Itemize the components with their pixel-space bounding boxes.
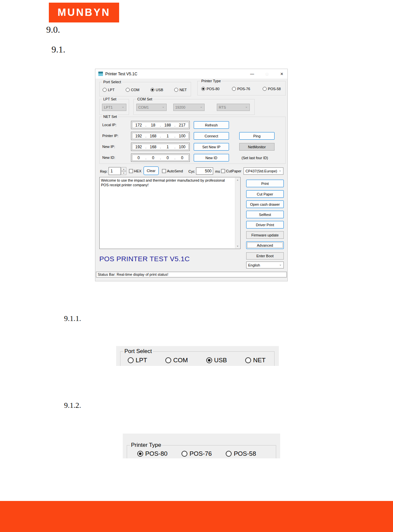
radio-lpt[interactable]: LPT [128,357,147,364]
printer-type-label: Printer Type [130,442,162,448]
ip-octet: 1 [161,145,174,149]
advanced-button[interactable]: Advanced [246,241,284,249]
set-new-ip-button[interactable]: Set New IP [194,143,229,151]
radio-usb[interactable]: USB [150,88,163,92]
cutpaper-checkbox[interactable]: CutPaper [221,167,241,175]
port-select-label: Port Select [102,80,122,84]
selftest-button[interactable]: Selftest [246,211,284,218]
printer-type-group-crop: Printer Type POS-80 POS-76 POS-58 [127,445,276,458]
ping-button[interactable]: Ping [239,132,275,140]
radio-com[interactable]: COM [165,357,188,364]
radio-net[interactable]: NET [245,357,266,364]
lpt-port-select[interactable]: LPT1 ⌄ [102,104,126,111]
flow-control-select[interactable]: RTS ⌄ [217,104,250,111]
scroll-down-icon[interactable]: ▼ [235,245,240,247]
clear-button[interactable]: Clear [144,166,159,175]
firmware-update-button[interactable]: Firmware update [246,231,284,239]
netmonitor-button[interactable]: NetMonitor [239,143,275,151]
lpt-set-group: LPT Set LPT1 ⌄ [99,99,129,115]
local-ip-field[interactable]: 17218188217 [131,121,190,129]
checkbox-icon [129,169,133,173]
radio-pos76[interactable]: POS-76 [181,450,212,457]
printer-test-window: Printer Test V5.1C — □ ✕ Port Select LPT [95,69,288,281]
radio-label: USB [156,88,163,92]
radio-lpt[interactable]: LPT [103,88,115,92]
printer-ip-field[interactable]: 1921681100 [131,132,190,140]
radio-pos58[interactable]: POS-58 [263,87,281,91]
ip-octet: 1 [161,134,174,138]
radio-label: POS-80 [145,450,168,457]
radio-icon [103,88,107,92]
cut-paper-button[interactable]: Cut Paper [246,190,284,198]
new-ip-field[interactable]: 1921681100 [131,143,190,151]
connect-button[interactable]: Connect [194,132,229,140]
com-port-value: COM1 [138,105,149,109]
close-icon[interactable]: ✕ [279,72,284,76]
cyc-input[interactable]: 500 [196,167,213,175]
print-content-text: Welcome to use the impact and thermal pr… [101,178,233,187]
heading-9-1-2: 9.1.2. [64,401,81,410]
scrollbar[interactable]: ▲ ▼ [235,178,240,248]
driver-print-button[interactable]: Driver Print [246,221,284,229]
id-octet: 0 [132,156,145,160]
radio-pos80[interactable]: POS-80 [137,450,168,457]
radio-icon [128,357,134,363]
radio-label: POS-58 [268,87,281,91]
window-title: Printer Test V5.1C [105,72,137,76]
new-id-field[interactable]: 0000 [131,154,190,162]
radio-label: USB [214,357,227,364]
document-page: MUNBYN 9.0. 9.1. 9.1.1. 9.1.2. Printer T… [0,0,393,532]
printer-type-screenshot: Printer Type POS-80 POS-76 POS-58 [123,434,280,458]
net-set-group: NET Set Local IP: 17218188217 Refresh Pr… [99,117,286,164]
codepage-select[interactable]: CP437(Std.Europe) ⌄ [244,167,283,175]
chevron-down-icon: ⌄ [245,105,248,108]
hex-checkbox[interactable]: HEX [129,167,142,175]
chevron-down-icon: ⌄ [122,105,124,108]
radio-checked-icon [137,451,143,457]
open-cash-drawer-button[interactable]: Open cash drawer [246,200,284,208]
status-bar: Status Bar: Real-time display of print s… [96,272,287,277]
radio-icon [226,451,232,457]
app-icon [98,72,103,76]
autosend-checkbox[interactable]: AutoSend [162,167,183,175]
spinner-up-icon[interactable]: ▲ [121,167,126,171]
checkbox-icon [221,169,225,173]
ip-octet: 188 [161,123,174,127]
minimize-icon[interactable]: — [250,72,254,76]
language-select[interactable]: English ⌄ [246,262,284,268]
radio-label: LPT [108,88,115,92]
pos-printer-test-watermark: POS PRINTER TEST V5.1C [99,255,190,263]
enter-boot-button[interactable]: Enter Boot [246,252,284,260]
scroll-up-icon[interactable]: ▲ [235,179,240,181]
radio-com[interactable]: COM [126,88,140,92]
refresh-button[interactable]: Refresh [194,121,229,129]
print-button[interactable]: Print [246,180,284,187]
com-port-select[interactable]: COM1 ⌄ [136,104,167,111]
ip-octet: 192 [132,134,145,138]
checkbox-icon [162,169,166,173]
radio-icon [181,451,187,457]
cyc-label: Cyc [188,169,195,173]
radio-pos76[interactable]: POS-76 [232,87,250,91]
radio-pos80[interactable]: POS-80 [201,87,219,91]
rep-spinner[interactable]: 1 ▲ ▼ [109,167,126,175]
new-id-button[interactable]: New ID [194,154,229,161]
language-value: English [248,263,260,267]
port-select-screenshot: Port Select LPT COM USB NET [116,346,279,366]
spinner-down-icon[interactable]: ▼ [121,171,126,175]
radio-pos58[interactable]: POS-58 [226,450,256,457]
munbyn-logo: MUNBYN [49,3,119,22]
radio-usb[interactable]: USB [206,357,227,364]
radio-net[interactable]: NET [174,88,187,92]
title-bar: Printer Test V5.1C — □ ✕ [95,69,287,79]
id-octet: 0 [147,156,159,160]
radio-icon [245,357,251,363]
print-content-textarea[interactable]: Welcome to use the impact and thermal pr… [99,177,241,249]
rep-value[interactable]: 1 [109,167,121,175]
radio-label: COM [131,88,140,92]
cutpaper-label: CutPaper [226,169,241,173]
baud-rate-select[interactable]: 19200 ⌄ [173,104,205,111]
radio-icon [174,88,178,92]
ms-label: ms [215,169,220,173]
ip-octet: 168 [147,145,159,149]
